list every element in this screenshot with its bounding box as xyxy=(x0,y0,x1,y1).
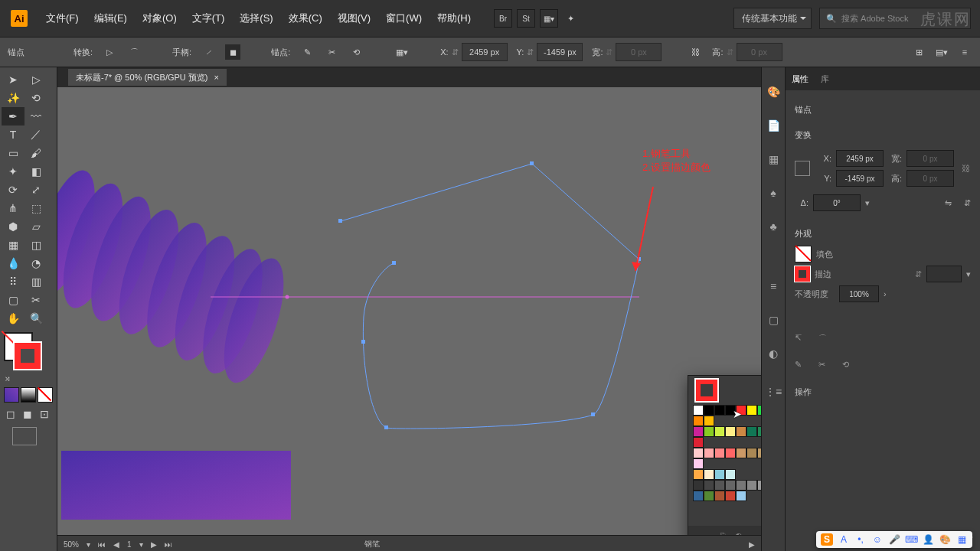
menu-window[interactable]: 窗口(W) xyxy=(378,0,430,37)
screen-mode-pres[interactable]: ⊡ xyxy=(38,407,51,421)
ime-person-icon[interactable]: 👤 xyxy=(922,533,934,546)
swatch-cell[interactable] xyxy=(736,448,746,458)
swatch-cell[interactable] xyxy=(704,416,714,426)
magic-wand-tool[interactable]: ✨ xyxy=(2,89,24,107)
dock-symbols-icon[interactable]: ♠ xyxy=(764,184,782,202)
options-icon[interactable]: ≡ xyxy=(957,44,972,60)
search-stock-input[interactable]: 🔍 搜索 Adobe Stock xyxy=(819,8,971,29)
cut-path-prop-icon[interactable]: ✂ xyxy=(818,360,825,370)
fill-stroke-control[interactable] xyxy=(4,332,50,370)
swatch-cell[interactable] xyxy=(704,491,714,501)
dock-gradient-icon[interactable]: ◐ xyxy=(764,344,782,363)
ime-voice-icon[interactable]: 🎤 xyxy=(888,533,900,546)
link-dimensions-icon[interactable]: ⛓ xyxy=(962,164,970,173)
swatch-options-icon[interactable]: ☁ xyxy=(752,531,760,536)
stroke-swatch[interactable] xyxy=(15,343,41,369)
stepper-icon[interactable]: ⇵ xyxy=(727,47,733,57)
tab-properties[interactable]: 属性 xyxy=(792,73,808,85)
swatch-cell[interactable] xyxy=(693,458,704,469)
reference-point-icon[interactable] xyxy=(795,161,810,176)
swatch-cell[interactable] xyxy=(736,480,746,491)
swatch-cell[interactable] xyxy=(736,491,746,501)
nav-first-icon[interactable]: ⏮ xyxy=(98,540,106,549)
shape-builder-tool[interactable]: ⬢ xyxy=(2,217,24,236)
stroke-color-swatch[interactable] xyxy=(795,266,810,282)
menu-edit[interactable]: 编辑(E) xyxy=(87,0,135,37)
menu-type[interactable]: 文字(T) xyxy=(185,0,233,37)
type-tool[interactable]: T xyxy=(2,126,24,144)
fill-color-swatch[interactable] xyxy=(795,246,812,262)
swatch-cell[interactable] xyxy=(746,426,757,437)
brush-tool[interactable]: 🖌 xyxy=(24,144,47,162)
align-panel-icon[interactable]: ▤▾ xyxy=(934,44,949,60)
swatch-cell[interactable] xyxy=(725,469,736,480)
swatch-cell[interactable] xyxy=(704,480,714,491)
dock-color-icon[interactable]: 🎨 xyxy=(764,83,782,101)
ime-toolbar[interactable]: S A •, ☺ 🎤 ⌨ 👤 🎨 ▦ xyxy=(816,531,972,548)
document-tab[interactable]: 未标题-7* @ 50% (RGB/GPU 预览) × xyxy=(68,69,227,86)
bridge-button[interactable]: Br xyxy=(494,9,512,28)
swatch-cell[interactable] xyxy=(757,405,761,416)
swatch-cell[interactable] xyxy=(704,426,714,437)
swatch-cell[interactable] xyxy=(725,426,736,437)
transform-y-input[interactable] xyxy=(836,170,884,187)
swatch-cell[interactable] xyxy=(725,405,736,416)
menu-view[interactable]: 视图(V) xyxy=(330,0,378,37)
gradient-tool[interactable]: ◫ xyxy=(24,236,47,254)
none-mode-icon[interactable] xyxy=(38,387,53,403)
zoom-tool[interactable]: 🔍 xyxy=(24,309,47,328)
swatch-libraries-icon[interactable]: ⎘ xyxy=(720,531,726,535)
selection-tool[interactable]: ➤ xyxy=(2,70,24,89)
slice-tool[interactable]: ✂ xyxy=(24,291,47,309)
remove-anchor-prop-icon[interactable]: ✎ xyxy=(795,360,802,370)
tab-libraries[interactable]: 库 xyxy=(821,73,829,85)
stepper-icon[interactable]: ⇵ xyxy=(606,47,612,57)
stock-button[interactable]: St xyxy=(517,9,535,28)
transform-x-input[interactable] xyxy=(836,150,884,167)
width-tool[interactable]: ⋔ xyxy=(2,199,24,217)
direct-selection-tool[interactable]: ▷ xyxy=(24,70,47,89)
lasso-tool[interactable]: ⟲ xyxy=(24,89,47,107)
swatch-cell[interactable] xyxy=(693,426,704,437)
canvas[interactable]: 1.钢笔工具 2.设置描边颜色 ▦ 🎨 ➤ ⎘ ◐ ☁ ▦ xyxy=(57,87,761,535)
gradient-mode-icon[interactable] xyxy=(21,387,36,403)
convert-corner-prop-icon[interactable]: ↸ xyxy=(795,333,802,344)
dock-brushes-icon[interactable]: ♣ xyxy=(764,217,782,236)
hand-tool[interactable]: ✋ xyxy=(2,309,24,328)
scale-tool[interactable]: ⤢ xyxy=(24,181,47,199)
opacity-dropdown-icon[interactable]: › xyxy=(884,289,887,298)
handle-hide-icon[interactable]: ◼ xyxy=(225,44,240,60)
rectangle-tool[interactable]: ▭ xyxy=(2,144,24,162)
ime-punct-icon[interactable]: •, xyxy=(854,533,867,546)
flip-h-icon[interactable]: ⇋ xyxy=(945,198,952,208)
dock-layers-icon[interactable]: ▦ xyxy=(764,150,782,168)
swatch-cell[interactable] xyxy=(725,480,736,491)
swatch-cell[interactable] xyxy=(725,491,736,501)
swatch-cell[interactable] xyxy=(736,405,746,416)
swatch-cell[interactable] xyxy=(714,405,725,416)
menu-file[interactable]: 文件(F) xyxy=(38,0,87,37)
ime-logo-icon[interactable]: S xyxy=(821,533,833,546)
align-dropdown-icon[interactable]: ▦▾ xyxy=(394,44,410,60)
angle-input[interactable] xyxy=(813,194,861,211)
convert-smooth-icon[interactable]: ⌒ xyxy=(126,44,142,60)
pen-tool[interactable]: ✒ xyxy=(2,107,24,126)
dock-doc-icon[interactable]: 📄 xyxy=(764,116,782,135)
swatch-cell[interactable] xyxy=(704,469,714,480)
swatch-cell[interactable] xyxy=(704,405,714,416)
workspace-dropdown[interactable]: 传统基本功能 xyxy=(733,8,812,29)
screen-mode-normal[interactable]: ◻ xyxy=(4,407,18,421)
convert-smooth-prop-icon[interactable]: ⌒ xyxy=(818,333,827,344)
y-input[interactable] xyxy=(537,43,583,61)
blend-tool[interactable]: ◔ xyxy=(24,254,47,272)
swap-fill-stroke-icon[interactable]: ⤮ xyxy=(5,375,12,384)
swatch-cell[interactable] xyxy=(725,448,736,458)
zoom-value[interactable]: 50% xyxy=(64,540,79,549)
convert-corner-icon[interactable]: ▷ xyxy=(102,44,117,60)
nav-next-icon[interactable]: ▶ xyxy=(151,540,157,549)
swatch-cell[interactable] xyxy=(714,491,725,501)
ime-emoji-icon[interactable]: ☺ xyxy=(871,533,884,546)
swatch-cell[interactable] xyxy=(757,480,761,491)
isolate-icon[interactable]: ⊞ xyxy=(911,44,926,60)
perspective-tool[interactable]: ▱ xyxy=(24,217,47,236)
